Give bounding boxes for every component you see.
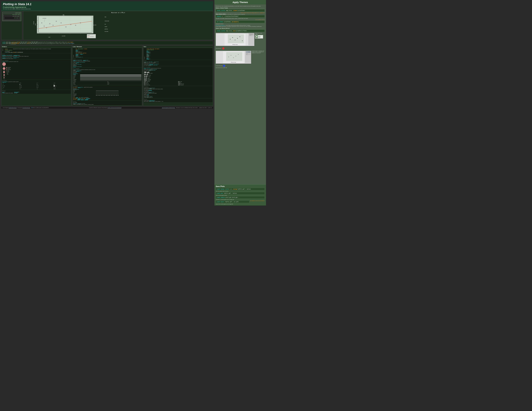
- email-tessam[interactable]: tessam@usaid.gov: [23, 107, 30, 108]
- svg-text:60: 60: [69, 33, 70, 34]
- svg-point-61: [242, 40, 243, 41]
- unclick-record-label: Unclick Record: [216, 65, 222, 66]
- svg-text:100: 100: [36, 28, 38, 29]
- footer-authors: Laura Hughes (lhughes@usaid.gov) • Tim E…: [3, 107, 30, 108]
- net-inst-code: net inst brewscheme, from("https://wbuch…: [216, 25, 265, 26]
- graph-combine-code: graph combine plot1.gph plot2.gph...: [216, 196, 265, 199]
- footer-inspired: inspired by RStudio's awesome Cheat Shee…: [89, 107, 122, 108]
- unclick-record-indicator: [223, 65, 225, 67]
- svg-point-22: [44, 26, 45, 27]
- graph-export-desc: export the current graph as an image fil…: [216, 204, 265, 205]
- rstudio-link[interactable]: rstudio.com/resources/cheatsheets: [107, 107, 121, 108]
- anatomy-svg: 200 150 100 50 0 20 40 60 80 100: [24, 14, 114, 39]
- svg-point-27: [61, 22, 62, 23]
- inner-plot-region-label: inner plot region: [4, 16, 19, 17]
- create-custom-link: Create custom themes by saving options i…: [240, 12, 265, 13]
- svg-text:y-axis: y-axis: [35, 23, 36, 26]
- anatomy-title: Anatomy of a Plot: [24, 12, 212, 13]
- set-default-link: set as default scheme: [255, 19, 265, 20]
- graph-editor-screenshot-1: Mileage (mpg) Properties Objects: [216, 33, 254, 46]
- svg-text:150: 150: [36, 24, 38, 25]
- page-title: Plotting in Stata 14.1: [3, 3, 211, 6]
- svg-text:0: 0: [38, 33, 39, 34]
- adopath-code: adopath ++ "~/location/StataThemes": [216, 15, 265, 18]
- svg-point-28: [66, 27, 66, 28]
- help-desc: see all options for setting scheme prope…: [226, 14, 245, 15]
- help-label: help scheme entries: [216, 14, 226, 15]
- svg-text:50: 50: [37, 32, 38, 33]
- lines-header: Lines / Borders: [73, 46, 142, 48]
- svg-text:40: 40: [59, 33, 60, 34]
- svg-rect-55: [228, 34, 244, 43]
- footer: Laura Hughes (lhughes@usaid.gov) • Tim E…: [1, 107, 213, 109]
- symbols-col: Symbols Syntax marker <marker options> a…: [1, 45, 71, 106]
- svg-text:title: title: [63, 14, 64, 15]
- svg-point-68: [236, 56, 236, 56]
- graph-editor-screenshot-2: Mileage (mpg) Marker Color Size: [216, 51, 251, 64]
- using-saved-title: Using a Saved Theme: [216, 7, 265, 9]
- svg-text:Mileage (mpg): Mileage (mpg): [232, 44, 238, 45]
- scatter-commands: scatter price mpg, graphregion(fcolor("1…: [1, 41, 213, 45]
- svg-point-66: [231, 55, 231, 56]
- footer-twitter: 🐦 follow us @flaneuseks and @StataRGIS: [31, 107, 49, 108]
- plot-region-label: plot region: [5, 17, 19, 18]
- svg-point-24: [49, 23, 50, 24]
- scatter-thumbnail-1: Mileage (mpg): [225, 34, 246, 46]
- footer-license: CC BY 4.0: [208, 107, 212, 108]
- using-graph-editor-title: Using the Graph Editor: [216, 28, 265, 29]
- svg-text:axis title: axis title: [93, 25, 96, 26]
- page-intro: For more info see Stata's reference manu…: [3, 8, 211, 9]
- svg-point-57: [232, 37, 233, 38]
- email-lhughes[interactable]: lhughes@usaid.gov: [9, 107, 17, 108]
- svg-point-26: [56, 21, 57, 22]
- svg-text:subtitle: subtitle: [62, 16, 65, 16]
- svg-point-58: [235, 40, 235, 40]
- svg-text:line: line: [105, 24, 106, 25]
- geocenter-link[interactable]: geocenter.github.io/StataTraining: [162, 107, 175, 108]
- graph-save-desc: save current graph to disk: [216, 195, 265, 196]
- set-scheme-code: set scheme customTheme, permanently: [216, 20, 265, 23]
- apply-themes-header: Apply Themes: [214, 0, 266, 5]
- svg-text:x-axis title: x-axis title: [62, 36, 65, 37]
- scatter-cmd-2: scatter price mpg, plotregion(fcolor("22…: [2, 43, 212, 44]
- svg-point-60: [239, 37, 240, 37]
- svg-point-56: [230, 39, 230, 39]
- svg-point-59: [237, 38, 238, 39]
- svg-text:200: 200: [36, 20, 38, 21]
- select-label: Select the Graph Editor: [255, 33, 265, 35]
- svg-text:80: 80: [80, 33, 81, 34]
- themes-desc: Schemes are sets of graphical parameters…: [216, 6, 265, 7]
- graph-editor-label: Graph Editor: [258, 36, 263, 38]
- graph-saving-code: graph twoway scatter y x, saving("myPlot…: [216, 188, 265, 190]
- svg-text:grid lines: grid lines: [105, 28, 108, 29]
- graph-region-label: graph region: [3, 12, 21, 13]
- svg-point-30: [75, 25, 76, 26]
- svg-text:tick marks: tick marks: [105, 31, 108, 32]
- page-header: Plotting in Stata 14.1 Customizing Appea…: [1, 1, 213, 11]
- graph-combine-desc: combine 2+ saved graphs into a single pl…: [216, 199, 265, 200]
- see-options-label: see options to set size and resolution: [250, 200, 265, 201]
- svg-text:titles: titles: [105, 17, 106, 17]
- text-col: Text Syntax marker label titles axis lab…: [143, 45, 213, 106]
- scatter-thumbnail-2: Mileage (mpg): [223, 51, 244, 63]
- svg-text:y-axis title: y-axis title: [33, 21, 34, 25]
- text-header: Text: [144, 46, 212, 48]
- twoway-play-code: twoway scatter mgp price, play(graphEdit…: [216, 29, 265, 32]
- svg-point-65: [228, 56, 229, 57]
- svg-point-69: [238, 54, 238, 55]
- svg-point-52: [87, 37, 88, 38]
- svg-text:Fitted values: Fitted values: [90, 36, 94, 37]
- regions-diagram: graph region inner graph region inner pl…: [1, 11, 22, 40]
- svg-point-21: [41, 22, 42, 23]
- page-subtitle: Customizing Appearance: [3, 6, 211, 8]
- net-inst-desc: install William Buchanan's package to ge…: [216, 26, 265, 27]
- click-record-label: Click Record: [216, 48, 221, 49]
- top-section: graph region inner graph region inner pl…: [1, 11, 213, 40]
- scatter-cmd-1: scatter price mpg, graphregion(fcolor("1…: [2, 42, 212, 43]
- svg-text:annotation: annotation: [43, 18, 47, 19]
- save-plots-section: Save Plots graph twoway scatter y x, sav…: [214, 184, 266, 206]
- save-grec-label: Save theme as a .grec file: [216, 67, 265, 68]
- footer-updated: updated June 2016: [199, 107, 207, 108]
- svg-text:marker label: marker label: [105, 20, 109, 21]
- save-plots-title: Save Plots: [216, 185, 265, 187]
